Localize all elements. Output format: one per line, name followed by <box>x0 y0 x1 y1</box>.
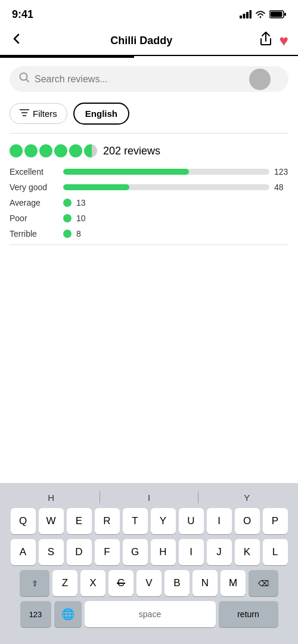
rating-label-poor: Poor <box>10 213 57 223</box>
star-1 <box>10 144 23 157</box>
share-button[interactable] <box>259 31 272 50</box>
bar-count-excellent: 123 <box>274 167 288 177</box>
rating-very-good: Very good 48 <box>10 182 288 192</box>
rating-terrible: Terrible 8 <box>10 229 288 239</box>
star-3 <box>39 144 52 157</box>
star-5 <box>69 144 82 157</box>
key-return[interactable]: return <box>219 601 278 627</box>
key-r[interactable]: R <box>95 508 120 534</box>
keyboard-row-2: A S D F G H I J K L <box>2 539 296 565</box>
key-u[interactable]: U <box>179 508 204 534</box>
favorite-button[interactable]: ♥ <box>280 32 288 50</box>
rating-row: 202 reviews <box>10 144 288 157</box>
bar-container-very-good: 48 <box>63 182 288 192</box>
bar-count-average: 13 <box>76 198 91 208</box>
key-123[interactable]: 123 <box>20 601 51 627</box>
key-v[interactable]: V <box>136 570 162 596</box>
cursor-indicator <box>249 69 271 90</box>
suggestion-y[interactable]: Y <box>198 493 296 503</box>
key-z[interactable]: Z <box>52 570 77 596</box>
status-bar: 9:41 <box>0 0 298 26</box>
suggestion-h[interactable]: H <box>2 493 100 503</box>
content-area <box>0 245 298 424</box>
bar-container-excellent: 123 <box>63 167 288 177</box>
filters-row: Filters English <box>0 97 298 133</box>
key-m[interactable]: M <box>221 570 246 596</box>
bar-container-average: 13 <box>63 198 288 208</box>
back-button[interactable] <box>10 32 24 49</box>
small-dot-average <box>63 199 72 207</box>
bar-fill-very-good <box>63 184 129 190</box>
key-w[interactable]: W <box>39 508 64 534</box>
star-4 <box>54 144 67 157</box>
svg-point-4 <box>260 17 262 18</box>
battery-icon <box>269 10 286 18</box>
suggestion-i[interactable]: I <box>100 493 197 503</box>
search-section <box>0 58 298 97</box>
bar-count-very-good: 48 <box>274 182 288 192</box>
star-2 <box>24 144 38 157</box>
reviews-count: 202 reviews <box>103 145 160 157</box>
key-i[interactable]: I <box>207 508 232 534</box>
status-icons <box>240 10 286 18</box>
svg-rect-1 <box>243 14 246 18</box>
svg-rect-6 <box>271 12 283 17</box>
keyboard-row-1: Q W E R T Y U I O P <box>2 508 296 534</box>
key-f[interactable]: F <box>95 539 120 565</box>
svg-rect-7 <box>284 13 286 16</box>
key-d[interactable]: D <box>67 539 92 565</box>
rating-label-average: Average <box>10 198 57 208</box>
rating-average: Average 13 <box>10 198 288 208</box>
page-title: Chilli Daddy <box>110 35 172 47</box>
svg-rect-3 <box>250 10 252 18</box>
key-c[interactable]: C <box>108 570 134 596</box>
stars-row <box>10 144 97 157</box>
svg-rect-2 <box>246 12 249 18</box>
key-i2[interactable]: I <box>179 539 204 565</box>
bar-count-terrible: 8 <box>76 229 91 239</box>
key-shift[interactable]: ⇧ <box>20 570 49 596</box>
bar-track-very-good <box>63 184 269 190</box>
search-icon <box>19 72 30 86</box>
key-h[interactable]: H <box>151 539 176 565</box>
key-l[interactable]: L <box>263 539 288 565</box>
key-y[interactable]: Y <box>151 508 176 534</box>
nav-bar: Chilli Daddy ♥ <box>0 26 298 56</box>
bar-fill-excellent <box>63 169 189 175</box>
rating-poor: Poor 10 <box>10 213 288 223</box>
reviews-summary: 202 reviews Excellent 123 Very good 48 <box>0 134 298 244</box>
language-button[interactable]: English <box>73 103 129 125</box>
small-dot-poor <box>63 214 72 222</box>
key-p[interactable]: P <box>263 508 288 534</box>
key-q[interactable]: Q <box>11 508 36 534</box>
key-b[interactable]: B <box>164 570 190 596</box>
bar-track-excellent <box>63 169 269 175</box>
status-time: 9:41 <box>12 8 33 21</box>
key-t[interactable]: T <box>123 508 148 534</box>
key-g[interactable]: G <box>123 539 148 565</box>
bar-count-poor: 10 <box>76 213 91 223</box>
filters-button[interactable]: Filters <box>10 103 67 124</box>
key-emoji[interactable]: 🌐 <box>54 601 82 627</box>
key-a[interactable]: A <box>11 539 36 565</box>
key-s[interactable]: S <box>39 539 64 565</box>
keyboard-suggestions: H I Y <box>2 488 296 508</box>
bar-container-poor: 10 <box>63 213 288 223</box>
key-j[interactable]: J <box>207 539 232 565</box>
keyboard: H I Y Q W E R T Y U I O P A S D F G H I … <box>0 483 298 644</box>
key-n[interactable]: N <box>193 570 218 596</box>
key-k[interactable]: K <box>235 539 260 565</box>
bar-container-terrible: 8 <box>63 229 288 239</box>
rating-excellent: Excellent 123 <box>10 167 288 177</box>
key-delete[interactable]: ⌫ <box>249 570 278 596</box>
rating-label-terrible: Terrible <box>10 229 57 239</box>
key-space[interactable]: space <box>85 601 216 627</box>
key-o[interactable]: O <box>235 508 260 534</box>
key-e[interactable]: E <box>67 508 92 534</box>
search-input[interactable] <box>35 74 279 85</box>
nav-actions: ♥ <box>259 31 288 50</box>
key-x[interactable]: X <box>80 570 105 596</box>
search-bar[interactable] <box>10 66 288 92</box>
keyboard-row-3: ⇧ Z X C V B N M ⌫ <box>2 570 296 596</box>
language-label: English <box>85 109 117 119</box>
